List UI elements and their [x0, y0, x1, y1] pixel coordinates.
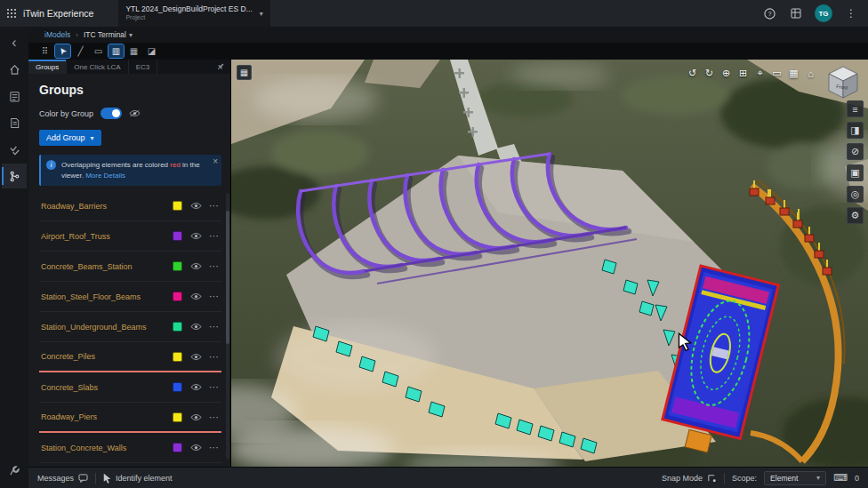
messages-button[interactable]: Messages [37, 474, 88, 483]
tools-wrench-icon[interactable] [2, 458, 27, 483]
color-by-group-toggle[interactable] [100, 108, 122, 119]
eye-icon[interactable] [190, 232, 202, 240]
redo-view-icon[interactable]: ↻ [702, 67, 717, 80]
table-row[interactable]: Station_Steel_Floor_Beams⋯ [39, 282, 221, 312]
row-more-icon[interactable]: ⋯ [209, 412, 220, 423]
pin-icon[interactable] [211, 60, 230, 74]
eye-off-icon[interactable] [129, 109, 141, 117]
fit-view-tool-icon[interactable]: ▦ [786, 67, 801, 80]
eye-icon[interactable] [190, 323, 202, 331]
panel-title: Groups [39, 83, 221, 97]
snap-mode-button[interactable]: Snap Mode [662, 473, 717, 483]
breadcrumb-imodels[interactable]: iModels [44, 30, 70, 39]
group-color-swatch[interactable] [173, 352, 182, 362]
select-tool-icon[interactable]: ➤ [55, 44, 70, 58]
group-color-swatch[interactable] [173, 231, 182, 241]
row-more-icon[interactable]: ⋯ [209, 260, 220, 272]
table-row[interactable]: Concrete_Piles⋯ [39, 342, 221, 372]
breadcrumb-current[interactable]: ITC Terminal▾ [84, 30, 133, 39]
keyboard-icon[interactable]: ⌨ [833, 472, 848, 484]
validation-icon[interactable] [2, 137, 27, 162]
eye-icon[interactable] [190, 353, 202, 361]
project-selector[interactable]: YTL 2024_DesignBuildProject ES D... Proj… [118, 0, 269, 27]
eye-icon[interactable] [190, 262, 202, 270]
group-color-swatch[interactable] [173, 201, 182, 211]
scope-select[interactable]: Element▾ [764, 471, 826, 485]
pan-tool-icon[interactable]: ▭ [769, 67, 784, 80]
help-icon[interactable]: ? [761, 5, 777, 21]
table-row[interactable]: Concrete_Slabs⋯ [39, 372, 221, 403]
home-icon[interactable] [2, 57, 27, 82]
row-more-icon[interactable]: ⋯ [209, 200, 220, 212]
group-name: Station_Concrete_Walls [41, 444, 173, 452]
row-more-icon[interactable]: ⋯ [209, 291, 220, 302]
group-color-swatch[interactable] [173, 292, 182, 301]
model-tree-tool-icon[interactable]: ≡ [847, 100, 864, 117]
table-row[interactable]: Station_Underground_Beams⋯ [39, 312, 221, 342]
eye-icon[interactable] [190, 292, 202, 300]
group-color-swatch[interactable] [173, 443, 182, 452]
center-view-tool-icon[interactable]: ⌖ [752, 67, 768, 80]
section-tool-icon[interactable]: ◨ [847, 122, 864, 139]
tab-one-click-lca[interactable]: One Click LCA [67, 60, 128, 74]
close-icon[interactable]: × [213, 156, 218, 166]
table-tool-icon[interactable]: ▦ [126, 44, 141, 58]
measure-line-tool-icon[interactable]: ╱ [73, 44, 88, 58]
apps-grid-icon[interactable] [0, 0, 23, 27]
row-more-icon[interactable]: ⋯ [209, 321, 220, 332]
more-details-link[interactable]: More Details [85, 172, 125, 180]
app-switcher-icon[interactable] [788, 5, 804, 21]
isolate-tool-icon[interactable]: ▣ [847, 164, 864, 181]
groups-branch-icon[interactable] [2, 164, 27, 188]
view-cube[interactable]: Front [823, 62, 864, 100]
drag-handle-icon[interactable]: ⠿ [37, 44, 52, 58]
window-area-tool-icon[interactable]: ⊞ [735, 67, 751, 80]
model-select-icon[interactable]: ▦ [237, 65, 252, 80]
group-name: Concrete_Beams_Station [41, 262, 173, 271]
row-more-icon[interactable]: ⋯ [209, 230, 220, 242]
more-options-icon[interactable]: ⋮ [843, 5, 859, 21]
viewer-side-toolbar: ≡◨⊘▣◎⚙ [847, 100, 864, 224]
info-banner: i Overlapping elements are colored red i… [39, 155, 221, 186]
tab-groups[interactable]: Groups [28, 60, 67, 74]
group-color-swatch[interactable] [173, 382, 182, 392]
eye-icon[interactable] [190, 383, 202, 391]
panel-scrollbar[interactable] [226, 193, 229, 460]
eraser-tool-icon[interactable]: ◪ [144, 44, 159, 58]
home-view-icon[interactable]: ⌂ [803, 67, 818, 80]
issues-icon[interactable] [2, 84, 27, 108]
group-color-swatch[interactable] [173, 261, 182, 271]
collapse-nav-icon[interactable]: ‹ [2, 30, 27, 55]
app-title: iTwin Experience [23, 8, 93, 19]
table-row[interactable]: Concrete_Beams_Station⋯ [39, 252, 221, 282]
model-viewport[interactable]: ▦ ↺↻⊕⊞⌖▭▦⌂ ≡◨⊘▣◎⚙ Front [231, 60, 868, 467]
hide-element-tool-icon[interactable]: ⊘ [847, 143, 864, 160]
tab-ec3[interactable]: EC3 [129, 60, 158, 74]
undo-view-icon[interactable]: ↺ [685, 67, 700, 80]
avatar[interactable]: TG [815, 4, 832, 22]
chevron-down-icon: ▾ [260, 10, 263, 18]
eye-icon[interactable] [190, 202, 202, 210]
eye-icon[interactable] [190, 413, 202, 421]
layers-tool-icon[interactable]: ▥ [108, 44, 124, 58]
identify-element-hint: Identify element [103, 473, 173, 484]
row-more-icon[interactable]: ⋯ [209, 381, 220, 393]
group-list: Roadway_Barriers⋯ Airport_Roof_Truss⋯ Co… [39, 191, 221, 463]
table-row[interactable]: Airport_Roof_Truss⋯ [39, 221, 221, 252]
table-row[interactable]: Station_Concrete_Walls⋯ [39, 433, 221, 463]
table-row[interactable]: Roadway_Barriers⋯ [39, 191, 221, 221]
add-group-button[interactable]: Add Group▾ [39, 130, 101, 146]
viewer-toolbar: ↺↻⊕⊞⌖▭▦⌂ [685, 67, 818, 80]
zoom-tool-icon[interactable]: ⊕ [719, 67, 734, 80]
row-more-icon[interactable]: ⋯ [209, 351, 220, 363]
table-row[interactable]: Roadway_Piers⋯ [39, 403, 221, 433]
group-color-swatch[interactable] [173, 412, 182, 422]
top-bar: iTwin Experience YTL 2024_DesignBuildPro… [0, 0, 868, 27]
eye-icon[interactable] [190, 444, 202, 452]
row-more-icon[interactable]: ⋯ [209, 442, 220, 453]
reports-icon[interactable] [2, 110, 27, 135]
view-settings-tool-icon[interactable]: ⚙ [847, 207, 864, 224]
rectangle-tool-icon[interactable]: ▭ [91, 44, 106, 58]
group-color-swatch[interactable] [173, 322, 182, 332]
focus-tool-icon[interactable]: ◎ [847, 186, 864, 203]
